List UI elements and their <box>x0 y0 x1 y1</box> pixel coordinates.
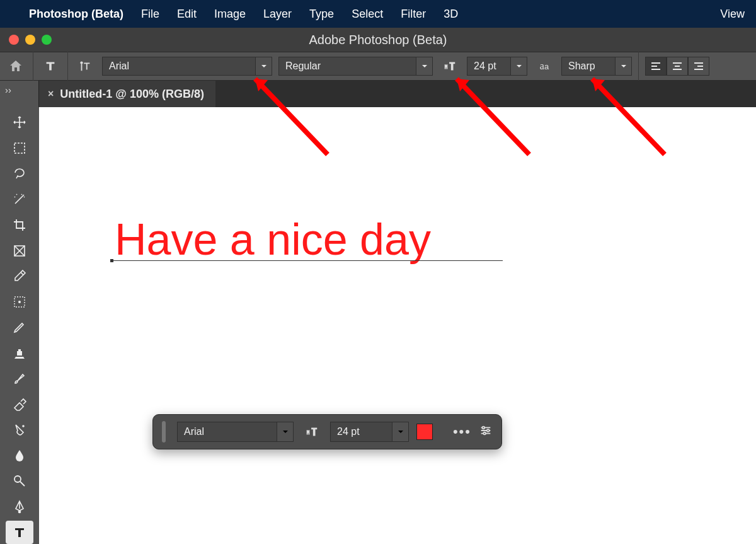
menu-file[interactable]: File <box>141 8 159 21</box>
more-options-button[interactable]: ••• <box>453 424 471 440</box>
macos-menubar: Photoshop (Beta) File Edit Image Layer T… <box>0 0 756 28</box>
tools-panel <box>0 107 39 544</box>
align-left-button[interactable] <box>645 57 667 76</box>
frame-tool[interactable] <box>6 239 33 262</box>
options-bar: Arial Regular 24 pt aa Sharp <box>0 52 756 81</box>
text-baseline-indicator <box>112 260 503 261</box>
menu-type[interactable]: Type <box>309 8 334 21</box>
canvas[interactable]: Have a nice day Arial 24 pt ••• <box>39 107 756 544</box>
window-minimize-button[interactable] <box>25 35 35 45</box>
lasso-tool[interactable] <box>6 162 33 185</box>
eraser-tool[interactable] <box>6 393 33 416</box>
crop-tool[interactable] <box>6 214 33 237</box>
ctx-font-size-value: 24 pt <box>331 426 366 437</box>
svg-rect-0 <box>651 62 660 64</box>
font-size-dropdown[interactable]: 24 pt <box>467 57 527 76</box>
document-tab-label: Untitled-1 @ 100% (RGB/8) <box>60 88 204 101</box>
font-size-icon <box>439 55 461 77</box>
svg-point-15 <box>19 511 21 512</box>
gradient-tool[interactable] <box>6 419 33 442</box>
svg-rect-4 <box>675 66 680 67</box>
svg-rect-8 <box>694 69 703 70</box>
antialias-dropdown[interactable]: Sharp <box>561 57 632 76</box>
svg-rect-2 <box>651 69 660 70</box>
window-title: Adobe Photoshop (Beta) <box>309 33 447 47</box>
pen-tool[interactable] <box>6 495 33 519</box>
window-titlebar: Adobe Photoshop (Beta) <box>0 28 756 52</box>
font-size-value: 24 pt <box>467 61 503 72</box>
clone-stamp-tool[interactable] <box>6 342 33 365</box>
antialias-value: Sharp <box>562 61 602 72</box>
font-family-value: Arial <box>103 61 135 72</box>
menu-3d[interactable]: 3D <box>444 8 458 21</box>
menu-view[interactable]: View <box>720 8 745 21</box>
text-orientation-button[interactable] <box>74 55 96 77</box>
ctx-font-family-dropdown[interactable]: Arial <box>177 422 294 442</box>
svg-rect-1 <box>651 66 657 67</box>
ctx-font-size-dropdown[interactable]: 24 pt <box>330 422 409 442</box>
close-tab-icon[interactable]: × <box>48 88 54 100</box>
svg-point-17 <box>487 429 490 432</box>
home-button[interactable] <box>5 55 26 77</box>
menu-select[interactable]: Select <box>352 8 383 21</box>
chevron-down-icon <box>392 422 408 441</box>
align-right-button[interactable] <box>688 57 709 76</box>
dodge-tool[interactable] <box>6 470 33 493</box>
chevron-down-icon <box>255 57 272 75</box>
document-tab-strip: ›› × Untitled-1 @ 100% (RGB/8) <box>0 81 756 107</box>
type-tool[interactable] <box>6 521 33 544</box>
svg-rect-5 <box>673 69 682 70</box>
pencil-tool[interactable] <box>6 316 33 339</box>
brush-tool[interactable] <box>6 367 33 390</box>
chevron-down-icon <box>615 57 631 75</box>
font-style-value: Regular <box>279 61 327 72</box>
antialias-icon: aa <box>534 55 555 77</box>
font-family-dropdown[interactable]: Arial <box>102 57 272 76</box>
marquee-tool[interactable] <box>6 137 33 160</box>
align-center-button[interactable] <box>667 57 688 76</box>
document-tab[interactable]: × Untitled-1 @ 100% (RGB/8) <box>39 81 215 107</box>
contextual-task-bar[interactable]: Arial 24 pt ••• <box>152 414 502 449</box>
chevron-down-icon <box>510 57 527 75</box>
font-size-icon <box>301 421 323 443</box>
chevron-down-icon <box>277 422 293 441</box>
generative-fill-tool[interactable] <box>6 290 33 313</box>
expand-tools-button[interactable]: ›› <box>0 81 39 107</box>
text-align-group <box>645 57 709 76</box>
window-maximize-button[interactable] <box>42 35 52 45</box>
menu-filter[interactable]: Filter <box>401 8 426 21</box>
svg-rect-6 <box>694 62 703 64</box>
svg-point-14 <box>14 476 21 482</box>
move-tool[interactable] <box>6 111 33 134</box>
svg-point-18 <box>483 432 486 435</box>
menu-image[interactable]: Image <box>214 8 246 21</box>
chevron-down-icon <box>416 57 432 75</box>
blur-tool[interactable] <box>6 444 33 467</box>
text-color-swatch[interactable] <box>416 424 433 440</box>
app-name[interactable]: Photoshop (Beta) <box>29 8 123 21</box>
traffic-lights <box>9 35 52 45</box>
svg-rect-3 <box>673 62 682 64</box>
window-close-button[interactable] <box>9 35 19 45</box>
font-style-dropdown[interactable]: Regular <box>278 57 433 76</box>
text-layer[interactable]: Have a nice day <box>115 217 431 262</box>
svg-point-13 <box>23 425 24 427</box>
eyedropper-tool[interactable] <box>6 265 33 288</box>
properties-button[interactable] <box>479 424 493 440</box>
type-tool-indicator-icon <box>40 55 61 77</box>
drag-handle[interactable] <box>162 421 166 443</box>
menu-layer[interactable]: Layer <box>263 8 292 21</box>
ctx-font-family-value: Arial <box>178 426 210 437</box>
menu-edit[interactable]: Edit <box>177 8 197 21</box>
svg-rect-9 <box>14 143 25 153</box>
svg-rect-7 <box>697 66 703 67</box>
svg-point-12 <box>18 301 21 303</box>
svg-point-16 <box>483 427 485 429</box>
magic-wand-tool[interactable] <box>6 188 33 211</box>
